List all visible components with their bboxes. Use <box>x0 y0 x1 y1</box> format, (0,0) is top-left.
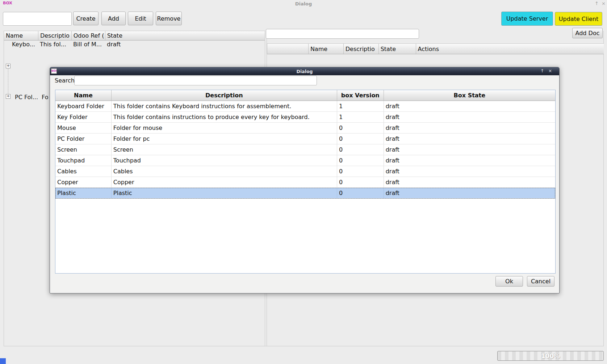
column-box-state[interactable]: Box State <box>384 90 555 101</box>
table-row[interactable]: Screen Screen 0 draft <box>55 144 555 155</box>
edit-button[interactable]: Edit <box>128 12 153 25</box>
panel-bottom-border <box>4 346 604 346</box>
tree-expander-icon[interactable]: + <box>6 94 11 99</box>
search-input[interactable] <box>74 76 317 85</box>
tree-item-name[interactable]: PC Fol... <box>13 93 38 101</box>
dialog-logo: BOX <box>51 68 57 74</box>
doc-input[interactable] <box>266 29 419 39</box>
right-column-blank[interactable] <box>267 44 309 54</box>
right-table-header: Name Descriptio State Actions <box>267 43 604 54</box>
cell-box-version: 1 <box>337 112 384 122</box>
dialog-table-header: Name Description box Version Box State <box>55 90 555 101</box>
add-doc-button[interactable]: Add Doc <box>572 28 603 38</box>
update-server-button[interactable]: Update Server <box>501 12 553 26</box>
left-column-state[interactable]: State <box>105 31 265 40</box>
left-column-name[interactable]: Name <box>4 31 38 40</box>
dialog-window: Dialog BOX ↑ × Search Name Description b… <box>50 67 560 293</box>
cell-box-version: 0 <box>337 155 384 166</box>
cell-description: This folder contains Keyboard instructio… <box>112 101 337 111</box>
column-name[interactable]: Name <box>55 90 112 101</box>
app-window: BOX Dialog ↑ × Create Add Edit Remove Up… <box>0 0 607 364</box>
cell-description: Copper <box>112 177 337 187</box>
table-row[interactable]: PC Folder Folder for pc 0 draft <box>55 134 555 144</box>
cell-description: Folder for mouse <box>112 123 337 133</box>
cell-name: Key Folder <box>55 112 112 122</box>
cell-name: PC Folder <box>55 134 112 144</box>
cell-description: This folder contains instructions to pro… <box>112 112 337 122</box>
create-button[interactable]: Create <box>73 12 99 25</box>
update-client-button[interactable]: Update Client <box>555 12 602 26</box>
cell-box-state: draft <box>384 123 555 133</box>
left-table-header: Name Descriptio Odoo Ref ( State <box>4 31 265 41</box>
right-panel-border <box>603 31 604 346</box>
table-row[interactable]: Mouse Folder for mouse 0 draft <box>55 123 555 134</box>
dialog-titlebar[interactable]: Dialog BOX ↑ × <box>50 67 559 75</box>
table-row[interactable]: Key Folder This folder contains instruct… <box>55 112 555 123</box>
progress-label: 100% <box>498 352 603 360</box>
cell-box-version: 0 <box>337 188 384 198</box>
cell-box-state: draft <box>384 155 555 166</box>
table-row[interactable]: Touchpad Touchpad 0 draft <box>55 155 555 166</box>
cell-name: Plastic <box>55 188 112 198</box>
window-title: Dialog <box>0 1 607 7</box>
cell-box-version: 0 <box>337 134 384 144</box>
cell-name: Cables <box>55 166 112 177</box>
right-column-actions[interactable]: Actions <box>416 44 604 54</box>
cell-box-state: draft <box>384 188 555 198</box>
left-column-odoo-ref[interactable]: Odoo Ref ( <box>72 31 105 40</box>
cell-name: Touchpad <box>55 155 112 166</box>
dialog-title: Dialog <box>50 69 559 74</box>
tree-expander-icon[interactable]: + <box>6 64 11 68</box>
dialog-maximize-icon[interactable]: ↑ <box>540 68 544 73</box>
table-row[interactable]: Keyboard Folder This folder contains Key… <box>55 101 555 112</box>
table-row[interactable]: Cables Cables 0 draft <box>55 166 555 177</box>
ok-button[interactable]: Ok <box>495 276 523 287</box>
cell-name: Keyboard Folder <box>55 101 112 111</box>
cell-box-state: draft <box>384 177 555 187</box>
cell-box-state: draft <box>384 112 555 122</box>
cell-box-state: draft <box>384 101 555 111</box>
cell-description: Screen <box>112 144 337 155</box>
maximize-icon[interactable]: ↑ <box>595 1 599 6</box>
cell-description: Folder for pc <box>112 134 337 144</box>
cell-box-version: 0 <box>337 166 384 177</box>
right-column-description[interactable]: Descriptio <box>344 44 379 54</box>
tree-connector-line <box>8 69 8 94</box>
cell-box-version: 0 <box>337 144 384 155</box>
cell-description: Plastic <box>112 188 337 198</box>
left-row-state: draft <box>105 41 265 48</box>
cell-box-state: draft <box>384 166 555 177</box>
left-column-description[interactable]: Descriptio <box>38 31 72 40</box>
cancel-button[interactable]: Cancel <box>527 276 554 287</box>
table-row-selected[interactable]: Plastic Plastic 0 draft <box>55 188 555 199</box>
cell-box-version: 0 <box>337 123 384 133</box>
left-table-row[interactable]: Keybo... This fol... Bill of M... draft <box>4 41 265 48</box>
resize-grip <box>0 358 6 364</box>
cell-description: Touchpad <box>112 155 337 166</box>
left-row-name: Keybo... <box>4 41 38 48</box>
left-row-description: This fol... <box>38 41 71 48</box>
cell-box-version: 1 <box>337 101 384 111</box>
table-row[interactable]: Copper Copper 0 draft <box>55 177 555 188</box>
dialog-table: Name Description box Version Box State K… <box>55 90 556 274</box>
cell-name: Screen <box>55 144 112 155</box>
right-column-name[interactable]: Name <box>309 44 344 54</box>
cell-box-state: draft <box>384 144 555 155</box>
cell-box-version: 0 <box>337 177 384 187</box>
left-row-odoo-ref: Bill of M... <box>71 41 105 48</box>
search-label: Search <box>55 77 75 84</box>
close-icon[interactable]: × <box>602 1 606 6</box>
remove-button[interactable]: Remove <box>156 12 182 25</box>
cell-name: Mouse <box>55 123 112 133</box>
add-button[interactable]: Add <box>101 12 126 25</box>
cell-name: Copper <box>55 177 112 187</box>
right-column-state[interactable]: State <box>379 44 416 54</box>
cell-description: Cables <box>112 166 337 177</box>
column-box-version[interactable]: box Version <box>337 90 384 101</box>
cell-box-state: draft <box>384 134 555 144</box>
item-name-input[interactable] <box>3 12 72 26</box>
dialog-close-icon[interactable]: × <box>548 68 552 73</box>
left-panel-border <box>4 31 4 346</box>
column-description[interactable]: Description <box>112 90 337 101</box>
progress-bar: 100% <box>497 351 604 361</box>
